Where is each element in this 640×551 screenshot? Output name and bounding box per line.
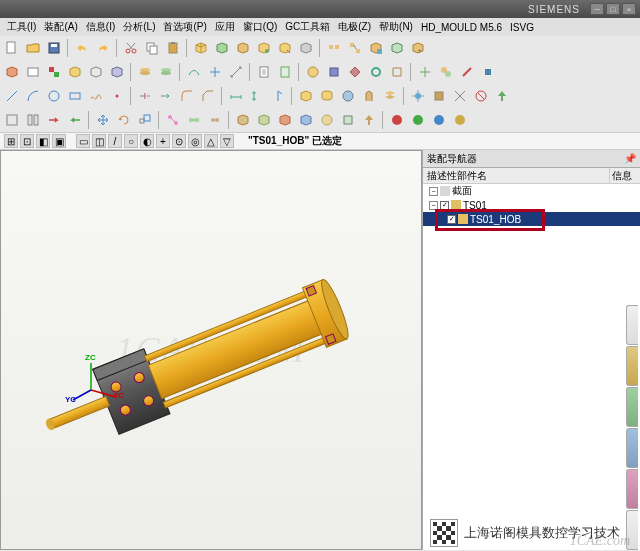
paste-icon[interactable] [163, 38, 183, 58]
sel-mode-4[interactable]: ○ [124, 134, 138, 148]
dim3-icon[interactable] [268, 86, 288, 106]
sel-mode-8[interactable]: ◎ [188, 134, 202, 148]
layer2-icon[interactable] [156, 62, 176, 82]
doc2-icon[interactable] [275, 62, 295, 82]
sel-mode-1[interactable]: ▭ [76, 134, 90, 148]
trim-icon[interactable] [135, 86, 155, 106]
color-icon[interactable] [44, 62, 64, 82]
tree-row-root[interactable]: − ✓ TS01 [423, 198, 640, 212]
sel-mode-9[interactable]: △ [204, 134, 218, 148]
sketch-line-icon[interactable] [2, 86, 22, 106]
tree-checkbox[interactable]: ✓ [440, 201, 449, 210]
dim1-icon[interactable] [226, 86, 246, 106]
sel-mode-7[interactable]: ⊙ [172, 134, 186, 148]
view2-icon[interactable] [23, 110, 43, 130]
measure-icon[interactable] [226, 62, 246, 82]
resource-tab-4[interactable] [626, 428, 638, 468]
sel-mode-3[interactable]: / [108, 134, 122, 148]
tree-checkbox[interactable]: ✓ [447, 215, 456, 224]
menu-info[interactable]: 信息(I) [83, 20, 118, 34]
resource-tab-2[interactable] [626, 346, 638, 386]
sel-mode-2[interactable]: ◫ [92, 134, 106, 148]
move-icon[interactable] [93, 110, 113, 130]
mold2-icon[interactable] [254, 110, 274, 130]
mold5-icon[interactable] [317, 110, 337, 130]
rect-icon[interactable] [23, 62, 43, 82]
menu-isvg[interactable]: ISVG [507, 22, 537, 33]
feat2-icon[interactable] [317, 86, 337, 106]
feat5-icon[interactable] [380, 86, 400, 106]
attach1-icon[interactable] [163, 110, 183, 130]
box1-icon[interactable] [191, 38, 211, 58]
box5-icon[interactable] [275, 38, 295, 58]
mold4-icon[interactable] [296, 110, 316, 130]
sel-filter-3[interactable]: ◧ [36, 134, 50, 148]
tree-toggle-icon[interactable]: − [429, 201, 438, 210]
vis1-icon[interactable] [65, 62, 85, 82]
menu-tools[interactable]: 工具(I) [4, 20, 39, 34]
arrow-red-icon[interactable] [44, 110, 64, 130]
menu-assembly[interactable]: 装配(A) [41, 20, 80, 34]
tree-toggle-icon[interactable]: − [429, 187, 438, 196]
color3-icon[interactable] [429, 110, 449, 130]
op6-icon[interactable] [415, 62, 435, 82]
resource-tab-5[interactable] [626, 469, 638, 509]
menu-window[interactable]: 窗口(Q) [240, 20, 280, 34]
tool3-icon[interactable] [450, 86, 470, 106]
maximize-button[interactable]: □ [606, 3, 620, 15]
feat3-icon[interactable] [338, 86, 358, 106]
sketch-point-icon[interactable] [107, 86, 127, 106]
sel-filter-1[interactable]: ⊞ [4, 134, 18, 148]
sel-mode-5[interactable]: ◐ [140, 134, 154, 148]
box3-icon[interactable] [233, 38, 253, 58]
color1-icon[interactable] [387, 110, 407, 130]
close-button[interactable]: × [622, 3, 636, 15]
dim2-icon[interactable] [247, 86, 267, 106]
attach3-icon[interactable] [205, 110, 225, 130]
nav-pin-icon[interactable]: 📌 [624, 153, 636, 164]
layer1-icon[interactable] [135, 62, 155, 82]
undo-icon[interactable] [72, 38, 92, 58]
tree-row-sections[interactable]: − 截面 [423, 184, 640, 198]
tool2-icon[interactable] [429, 86, 449, 106]
op8-icon[interactable] [457, 62, 477, 82]
scale-icon[interactable] [135, 110, 155, 130]
sel-filter-4[interactable]: ▣ [52, 134, 66, 148]
sel-mode-6[interactable]: + [156, 134, 170, 148]
sel-filter-2[interactable]: ⊡ [20, 134, 34, 148]
vis3-icon[interactable] [107, 62, 127, 82]
tool4-icon[interactable] [471, 86, 491, 106]
comp4-icon[interactable] [387, 38, 407, 58]
mold7-icon[interactable] [359, 110, 379, 130]
menu-electrode[interactable]: 电极(Z) [335, 20, 374, 34]
mold6-icon[interactable] [338, 110, 358, 130]
op2-icon[interactable] [324, 62, 344, 82]
fillet-icon[interactable] [177, 86, 197, 106]
sketch-spline-icon[interactable] [86, 86, 106, 106]
menu-help[interactable]: 帮助(N) [376, 20, 416, 34]
color2-icon[interactable] [408, 110, 428, 130]
op4-icon[interactable] [366, 62, 386, 82]
feat4-icon[interactable] [359, 86, 379, 106]
attach2-icon[interactable] [184, 110, 204, 130]
menu-app[interactable]: 应用 [212, 20, 238, 34]
sketch-circle-icon[interactable] [44, 86, 64, 106]
open-file-icon[interactable] [23, 38, 43, 58]
rotate-icon[interactable] [114, 110, 134, 130]
save-icon[interactable] [44, 38, 64, 58]
tool5-icon[interactable] [492, 86, 512, 106]
comp1-icon[interactable] [324, 38, 344, 58]
tree-row-selected[interactable]: ✓ TS01_HOB [423, 212, 640, 226]
mold3-icon[interactable] [275, 110, 295, 130]
new-file-icon[interactable] [2, 38, 22, 58]
menu-analysis[interactable]: 分析(L) [120, 20, 158, 34]
vis2-icon[interactable] [86, 62, 106, 82]
feat1-icon[interactable] [296, 86, 316, 106]
doc1-icon[interactable] [254, 62, 274, 82]
color4-icon[interactable] [450, 110, 470, 130]
nav-tree[interactable]: − 截面 − ✓ TS01 ✓ TS01_HOB [423, 184, 640, 550]
chamfer-icon[interactable] [198, 86, 218, 106]
arrow-green-icon[interactable] [65, 110, 85, 130]
box4-icon[interactable] [254, 38, 274, 58]
menu-prefs[interactable]: 首选项(P) [160, 20, 209, 34]
